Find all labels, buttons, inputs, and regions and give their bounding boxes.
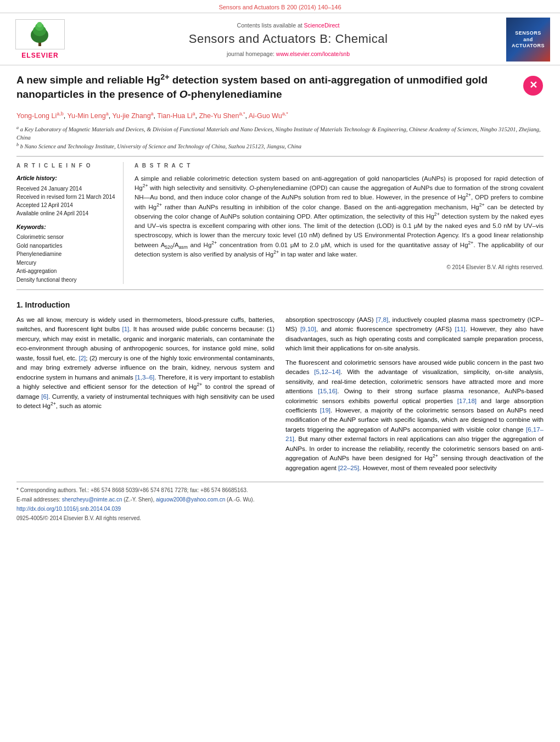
divider-1: [16, 156, 544, 157]
affiliation-b: b b Nano Science and Technology Institut…: [16, 142, 544, 150]
homepage-link[interactable]: www.elsevier.com/locate/snb: [276, 51, 350, 57]
section-title: 1. Introduction: [16, 300, 544, 311]
sciencedirect-link[interactable]: ScienceDirect: [304, 22, 340, 29]
history-title: Article history:: [16, 174, 115, 182]
authors: Yong-Long Lia,b, Yu-Min Lenga, Yu-jie Zh…: [16, 111, 544, 121]
journal-homepage: journal homepage: www.elsevier.com/locat…: [81, 50, 495, 58]
article-title: A new simple and reliable Hg2+ detection…: [16, 73, 515, 101]
keyword-gold: Gold nanoparticles: [16, 242, 115, 250]
article-title-section: A new simple and reliable Hg2+ detection…: [16, 73, 544, 105]
introduction-section: 1. Introduction As we all know, mercury …: [16, 300, 544, 473]
doi: http://dx.doi.org/10.1016/j.snb.2014.04.…: [16, 505, 544, 513]
received2: Received in revised form 21 March 2014: [16, 193, 115, 201]
intro-text-col2: absorption spectroscopy (AAS) [7,8], ind…: [285, 315, 544, 354]
received1: Received 24 January 2014: [16, 185, 115, 193]
sensors-actuators-logo: SENSORS and ACTUATORS: [506, 18, 550, 62]
article-info-column: A R T I C L E I N F O Article history: R…: [16, 162, 124, 284]
corresponding-note: * Corresponding authors. Tel.: +86 574 8…: [16, 487, 544, 494]
abstract-column: A B S T R A C T A simple and reliable co…: [135, 162, 544, 284]
intro-body: As we all know, mercury is widely used i…: [16, 315, 544, 473]
article-title-text: A new simple and reliable Hg2+ detection…: [16, 73, 515, 105]
email-addresses: E-mail addresses: shenzheyu@nimte.ac.cn …: [16, 496, 544, 504]
intro-text-col1: As we all know, mercury is widely used i…: [16, 315, 275, 411]
intro-col1: As we all know, mercury is widely used i…: [16, 315, 275, 473]
keyword-anti: Anti-aggregation: [16, 267, 115, 276]
journal-citation: Sensors and Actuators B 200 (2014) 140–1…: [0, 0, 560, 13]
copyright-text: © 2014 Elsevier B.V. All rights reserved…: [135, 264, 544, 271]
svg-point-5: [37, 22, 42, 27]
journal-header: ELSEVIER Contents lists available at Sci…: [0, 13, 560, 65]
journal-center: Contents lists available at ScienceDirec…: [70, 21, 506, 58]
issn: 0925-4005/© 2014 Elsevier B.V. All right…: [16, 515, 544, 522]
keyword-phenylene: Phenylenediamine: [16, 250, 115, 259]
article-info-abstract-section: A R T I C L E I N F O Article history: R…: [16, 162, 544, 284]
main-content: A new simple and reliable Hg2+ detection…: [0, 65, 560, 529]
keyword-colorimetric: Colorimetric sensor: [16, 233, 115, 242]
email1-link[interactable]: shenzheyu@nimte.ac.cn: [62, 496, 122, 503]
available: Available online 24 April 2014: [16, 209, 115, 217]
elsevier-logo: ELSEVIER: [10, 19, 70, 60]
elsevier-tree-image: [15, 19, 65, 49]
abstract-label: A B S T R A C T: [135, 162, 544, 170]
divider-2: [16, 289, 544, 290]
sciencedirect-label: Contents lists available at ScienceDirec…: [81, 21, 495, 30]
crossmark-logo: ✕: [523, 75, 544, 96]
accepted: Accepted 12 April 2014: [16, 201, 115, 209]
keyword-mercury: Mercury: [16, 259, 115, 267]
keywords-title: Keywords:: [16, 223, 115, 231]
affiliation-a: a a Key Laboratory of Magnetic Materials…: [16, 125, 544, 142]
email2-link[interactable]: aiguow2008@yahoo.com.cn: [156, 496, 225, 503]
article-info-label: A R T I C L E I N F O: [16, 162, 115, 170]
affiliations: a a Key Laboratory of Magnetic Materials…: [16, 125, 544, 150]
abstract-text: A simple and reliable colorimetric detec…: [135, 174, 544, 259]
elsevier-brand-text: ELSEVIER: [21, 51, 58, 60]
intro-text-col2-p2: The fluorescent and colorimetric sensors…: [285, 358, 544, 473]
svg-text:✕: ✕: [529, 80, 537, 91]
journal-title: Sensors and Actuators B: Chemical: [81, 31, 495, 48]
keyword-dft: Density functional theory: [16, 276, 115, 284]
doi-link[interactable]: http://dx.doi.org/10.1016/j.snb.2014.04.…: [16, 506, 121, 512]
intro-col2: absorption spectroscopy (AAS) [7,8], ind…: [285, 315, 544, 473]
page-footer: * Corresponding authors. Tel.: +86 574 8…: [16, 482, 544, 522]
